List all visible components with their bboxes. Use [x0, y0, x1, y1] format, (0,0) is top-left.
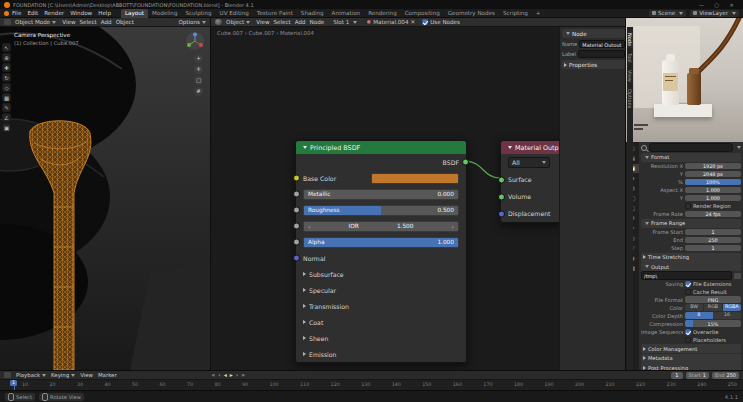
zoom-icon[interactable]: +	[194, 54, 203, 63]
frame-range-panel-header[interactable]: Frame Range	[641, 219, 741, 228]
measure-tool-icon[interactable]: ∠	[2, 113, 11, 122]
view-layer-selector[interactable]: ViewLayer	[690, 10, 739, 17]
annotate-tool-icon[interactable]: ✎	[2, 103, 11, 112]
slot-dropdown[interactable]: Slot 1	[330, 19, 360, 26]
collapsed-panel-header[interactable]: Post Processing	[641, 363, 741, 370]
frame-end-prop-field[interactable]: 250	[685, 237, 741, 244]
node-panel-row[interactable]: Transmission	[296, 298, 466, 314]
menu-item[interactable]: Help	[95, 10, 114, 16]
search-input[interactable]	[649, 143, 733, 152]
surface-socket[interactable]	[498, 176, 505, 183]
alpha-socket[interactable]	[293, 239, 300, 246]
collapsed-panel-header[interactable]: Metadata	[641, 354, 741, 363]
viewport-menu-item[interactable]: View	[60, 19, 77, 25]
shader-editor-icon[interactable]	[215, 19, 222, 25]
playback-menu[interactable]: Playback	[16, 372, 46, 378]
viewport-3d[interactable]: Object Mode ViewSelectAddObject Options	[0, 18, 211, 370]
aspect-x-field[interactable]: 1.000	[685, 187, 741, 194]
node-panel-row[interactable]: Sheen	[296, 330, 466, 346]
time-stretching-panel-header[interactable]: Time Stretching	[641, 253, 741, 262]
workspace-tab[interactable]: Animation	[328, 9, 365, 18]
current-frame-field[interactable]: 1	[671, 372, 682, 379]
resolution-pct-field[interactable]: 100%	[685, 179, 741, 186]
node-name-field[interactable]: Material Output	[579, 40, 624, 48]
timeline-ruler[interactable]: 1020304050607080901001101201301401501601…	[0, 380, 743, 390]
material-selector[interactable]: Material.004✕	[364, 19, 418, 26]
workspace-tab[interactable]: +	[532, 9, 545, 18]
base-color-swatch[interactable]	[371, 173, 459, 184]
mode-dropdown[interactable]: Object Mode	[15, 19, 56, 25]
resolution-x-field[interactable]: 1920 px	[685, 163, 741, 170]
viewport-menu-item[interactable]: Select	[78, 19, 99, 25]
properties-panel-header[interactable]: Properties	[562, 60, 625, 69]
collapse-icon[interactable]	[508, 146, 512, 149]
sidebar-tab[interactable]: Node	[627, 31, 633, 48]
shader-editor[interactable]: Object ViewSelectAddNode Slot 1 Material…	[211, 18, 625, 370]
camera-view-icon[interactable]: ▢	[194, 76, 203, 85]
cache-result-checkbox[interactable]	[685, 289, 691, 295]
navigation-gizmo[interactable]	[185, 31, 205, 51]
frame-step-field[interactable]: 1	[685, 245, 741, 252]
workspace-tab[interactable]: Sculpting	[181, 9, 215, 18]
add-primitive-tool-icon[interactable]: ▣	[2, 123, 11, 132]
scene-selector[interactable]: Scene	[649, 10, 686, 17]
shader-menu-item[interactable]: View	[254, 19, 271, 25]
menu-item[interactable]: File	[9, 10, 24, 16]
node-panel-header[interactable]: Node	[562, 29, 625, 38]
folder-icon[interactable]	[734, 273, 741, 279]
aspect-y-field[interactable]: 1.000	[685, 195, 741, 202]
bsdf-output-socket[interactable]	[462, 159, 469, 166]
decrement-arrow-icon[interactable]: ‹	[308, 223, 310, 230]
use-nodes-checkbox[interactable]	[422, 19, 428, 25]
increment-arrow-icon[interactable]: ›	[452, 223, 454, 230]
workspace-tab[interactable]: Compositing	[401, 9, 444, 18]
principled-bsdf-node[interactable]: Principled BSDF BSDF Base Color Metallic…	[295, 140, 467, 363]
ior-field[interactable]: ‹ IOR 1.500 ›	[303, 221, 459, 232]
normal-socket[interactable]	[293, 255, 300, 262]
prev-keyframe-button[interactable]: ‹	[218, 371, 220, 379]
sidebar-tab[interactable]: Tool	[627, 51, 633, 65]
ior-socket[interactable]	[293, 223, 300, 230]
viewport-editor-icon[interactable]	[4, 19, 11, 25]
output-panel-header[interactable]: Output	[641, 262, 741, 271]
workspace-tab[interactable]: Rendering	[364, 9, 401, 18]
minimize-button[interactable]: —	[694, 2, 709, 8]
rotate-tool-icon[interactable]: ↻	[2, 73, 11, 82]
collapse-icon[interactable]	[303, 146, 307, 149]
workspace-tab[interactable]: Texture Paint	[253, 9, 297, 18]
collapsed-panel-header[interactable]: Color Management	[641, 344, 741, 353]
node-panel-row[interactable]: Specular	[296, 282, 466, 298]
workspace-tab[interactable]: UV Editing	[216, 9, 253, 18]
sidebar-tab[interactable]: Options	[627, 87, 633, 110]
placeholders-checkbox[interactable]	[685, 337, 691, 343]
options-dropdown[interactable]: Options	[178, 19, 206, 25]
workspace-tab[interactable]: Shading	[297, 9, 328, 18]
marker-menu[interactable]: Marker	[98, 372, 117, 378]
shader-mode-dropdown[interactable]: Object	[226, 19, 250, 25]
node-header[interactable]: Principled BSDF	[296, 141, 466, 154]
color-mode-segment[interactable]: BWRGBRGBA	[685, 304, 741, 311]
jump-start-button[interactable]: «	[212, 371, 216, 379]
base-color-socket[interactable]	[293, 175, 300, 182]
menu-item[interactable]: Render	[41, 10, 67, 16]
frame-rate-dropdown[interactable]: 24 fps	[685, 211, 741, 218]
compression-slider[interactable]: 15%	[685, 320, 741, 327]
use-nodes-toggle[interactable]: Use Nodes	[422, 19, 460, 25]
shader-menu-item[interactable]: Add	[293, 19, 308, 25]
frame-start-prop-field[interactable]: 1	[685, 229, 741, 236]
color-rgba-option[interactable]: RGBA	[723, 304, 741, 311]
color-bw-option[interactable]: BW	[685, 304, 703, 311]
depth-8-option[interactable]: 8	[685, 312, 713, 319]
maximize-button[interactable]: ▢	[709, 2, 724, 8]
cursor-tool-icon[interactable]: ⊕	[2, 53, 11, 62]
format-panel-header[interactable]: Format	[641, 153, 741, 162]
node-label-field[interactable]	[578, 50, 625, 58]
close-button[interactable]: ✕	[724, 2, 739, 8]
menu-item[interactable]: Edit	[24, 10, 41, 16]
file-format-dropdown[interactable]: PNG	[685, 296, 741, 303]
unlink-icon[interactable]: ✕	[410, 19, 415, 25]
shader-menu-item[interactable]: Node	[308, 19, 327, 25]
frame-start-field[interactable]: Start1	[686, 372, 709, 379]
roughness-socket[interactable]	[293, 207, 300, 214]
volume-socket[interactable]	[498, 193, 505, 200]
